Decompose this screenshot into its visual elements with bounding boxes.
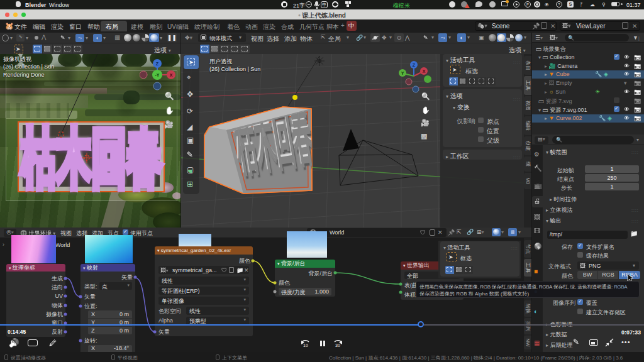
svg-text:Y: Y	[401, 71, 404, 75]
svg-text:Z: Z	[413, 63, 416, 67]
svg-text:X: X	[170, 73, 173, 77]
svg-text:-Y: -Y	[155, 73, 160, 77]
svg-text:X: X	[423, 69, 426, 74]
svg-text:Z: Z	[156, 62, 159, 66]
